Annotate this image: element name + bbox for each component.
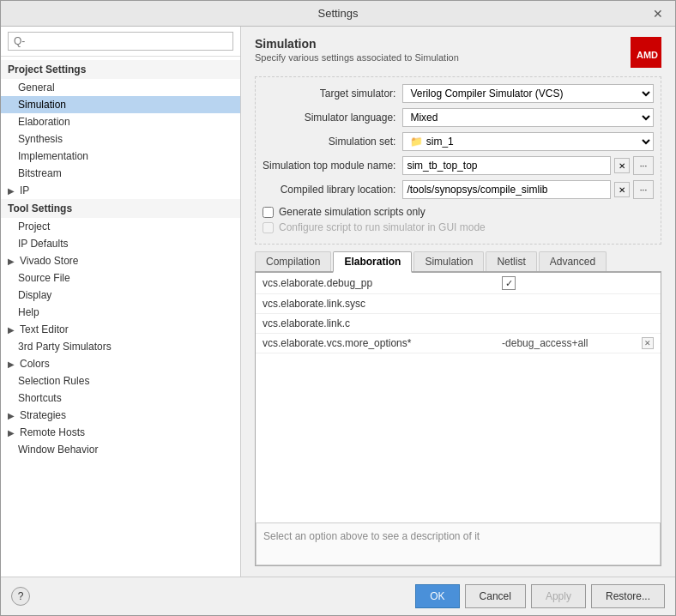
remove-row-button[interactable]: ✕: [642, 337, 654, 349]
top-module-browse-button[interactable]: ···: [633, 156, 654, 175]
ok-button[interactable]: OK: [415, 584, 459, 608]
generate-scripts-row: Generate simulation scripts only: [263, 206, 654, 218]
row-value: -debug_access+all: [495, 334, 635, 353]
sidebar-item-remote-hosts[interactable]: ▶ Remote Hosts: [1, 424, 240, 441]
cancel-button[interactable]: Cancel: [465, 584, 526, 608]
tab-compilation[interactable]: Compilation: [255, 251, 331, 271]
row-value: [495, 294, 635, 314]
sidebar-item-strategies-label: Strategies: [20, 409, 66, 421]
sidebar-item-3rd-party[interactable]: 3rd Party Simulators: [1, 338, 240, 355]
compiled-library-input[interactable]: [402, 180, 611, 199]
top-module-row: ✕ ···: [402, 156, 654, 175]
tab-advanced[interactable]: Advanced: [539, 251, 607, 271]
apply-button[interactable]: Apply: [531, 584, 586, 608]
sidebar-item-synthesis[interactable]: Synthesis: [1, 130, 240, 148]
row-action: [635, 314, 661, 334]
form-grid: Target simulator: Verilog Compiler Simul…: [263, 84, 654, 199]
row-value: ✓: [495, 273, 635, 294]
compiled-library-row: ✕ ···: [402, 180, 654, 199]
tabs-section: Compilation Elaboration Simulation Netli…: [255, 251, 661, 566]
simulation-set-label: Simulation set:: [263, 136, 395, 148]
sidebar-item-window-behavior[interactable]: Window Behavior: [1, 441, 240, 458]
top-module-label: Simulation top module name:: [263, 160, 395, 172]
close-button[interactable]: ✕: [649, 7, 667, 21]
sidebar-item-simulation[interactable]: Simulation: [1, 96, 240, 113]
panel-title: Simulation: [255, 37, 459, 51]
restore-button[interactable]: Restore...: [591, 584, 665, 608]
expand-arrow-icon: ▶: [8, 186, 16, 196]
tab-content: vcs.elaborate.debug_pp ✓ vc: [255, 273, 661, 566]
title-bar: Settings ✕: [1, 1, 675, 27]
row-action: ✕: [635, 334, 661, 353]
compiled-library-browse-button[interactable]: ···: [633, 180, 654, 199]
target-simulator-select[interactable]: Verilog Compiler Simulator (VCS): [402, 84, 654, 103]
table-row: vcs.elaborate.vcs.more_options* -debug_a…: [256, 334, 661, 353]
row-name: vcs.elaborate.vcs.more_options*: [256, 334, 495, 353]
simulator-language-label: Simulator language:: [263, 112, 395, 124]
sidebar-item-source-file[interactable]: Source File: [1, 269, 240, 287]
description-area: Select an option above to see a descript…: [256, 522, 661, 565]
tab-netlist[interactable]: Netlist: [486, 251, 536, 271]
row-value: [495, 314, 635, 334]
generate-scripts-label[interactable]: Generate simulation scripts only: [279, 206, 426, 218]
table-row: vcs.elaborate.link.sysc: [256, 294, 661, 314]
configure-script-checkbox[interactable]: [263, 222, 274, 233]
search-input[interactable]: [8, 32, 233, 51]
sidebar-item-display[interactable]: Display: [1, 287, 240, 304]
settings-dialog: Settings ✕ Project Settings General Simu…: [0, 0, 676, 616]
sidebar-item-bitstream[interactable]: Bitstream: [1, 165, 240, 182]
sidebar-item-ip-defaults[interactable]: IP Defaults: [1, 235, 240, 252]
sidebar-item-strategies[interactable]: ▶ Strategies: [1, 407, 240, 424]
panel-header: Simulation Specify various settings asso…: [255, 37, 661, 68]
row-action: [635, 273, 661, 294]
tab-elaboration[interactable]: Elaboration: [333, 251, 412, 273]
amd-logo: AMD: [631, 37, 661, 68]
sidebar-item-text-editor[interactable]: ▶ Text Editor: [1, 321, 240, 338]
top-module-input[interactable]: [402, 156, 611, 175]
right-panel: Simulation Specify various settings asso…: [241, 27, 675, 577]
sidebar-item-shortcuts[interactable]: Shortcuts: [1, 390, 240, 407]
simulation-set-select[interactable]: 📁 sim_1: [402, 132, 654, 151]
sidebar-item-general[interactable]: General: [1, 79, 240, 96]
sidebar-item-implementation[interactable]: Implementation: [1, 148, 240, 165]
table-row: vcs.elaborate.debug_pp ✓: [256, 273, 661, 294]
sidebar-item-vivado-store[interactable]: ▶ Vivado Store: [1, 252, 240, 269]
checkmark-icon: ✓: [505, 278, 513, 289]
expand-arrow-icon: ▶: [8, 428, 16, 438]
expand-arrow-icon: ▶: [8, 257, 16, 266]
compiled-library-clear-button[interactable]: ✕: [614, 182, 630, 197]
sidebar-item-project[interactable]: Project: [1, 218, 240, 235]
row-name: vcs.elaborate.debug_pp: [256, 273, 495, 294]
tab-simulation[interactable]: Simulation: [413, 251, 484, 271]
configure-script-row: Configure script to run simulator in GUI…: [263, 221, 654, 233]
amd-logo-svg: AMD: [633, 39, 659, 65]
row-action: [635, 294, 661, 314]
sidebar-item-selection-rules[interactable]: Selection Rules: [1, 372, 240, 390]
generate-scripts-checkbox[interactable]: [263, 207, 274, 218]
checkbox-cell[interactable]: ✓: [502, 276, 516, 290]
simulator-language-select[interactable]: Mixed: [402, 108, 654, 127]
sidebar-item-elaboration[interactable]: Elaboration: [1, 113, 240, 130]
elaboration-table: vcs.elaborate.debug_pp ✓ vc: [256, 273, 661, 353]
sidebar-item-text-editor-label: Text Editor: [20, 323, 69, 335]
target-simulator-row: Verilog Compiler Simulator (VCS): [402, 84, 654, 103]
dialog-footer: ? OK Cancel Apply Restore...: [1, 577, 675, 615]
sidebar-item-vivado-store-label: Vivado Store: [20, 255, 79, 267]
compiled-library-label: Compiled library location:: [263, 184, 395, 196]
project-settings-header: Project Settings: [1, 60, 240, 79]
simulator-language-row: Mixed: [402, 108, 654, 127]
search-bar: [1, 27, 240, 57]
help-button[interactable]: ?: [11, 587, 30, 606]
top-module-clear-button[interactable]: ✕: [614, 158, 630, 173]
dialog-body: Project Settings General Simulation Elab…: [1, 27, 675, 577]
sidebar-item-ip[interactable]: ▶ IP: [1, 182, 240, 199]
description-text: Select an option above to see a descript…: [263, 530, 480, 542]
tab-content-scroll: vcs.elaborate.debug_pp ✓ vc: [256, 273, 661, 516]
panel-header-text: Simulation Specify various settings asso…: [255, 37, 459, 63]
sidebar-item-remote-hosts-label: Remote Hosts: [20, 426, 85, 438]
sidebar-item-colors-label: Colors: [20, 358, 50, 370]
sidebar-item-colors[interactable]: ▶ Colors: [1, 355, 240, 372]
sidebar-item-help[interactable]: Help: [1, 304, 240, 321]
target-simulator-label: Target simulator:: [263, 88, 395, 100]
panel-subtitle: Specify various settings associated to S…: [255, 52, 459, 63]
